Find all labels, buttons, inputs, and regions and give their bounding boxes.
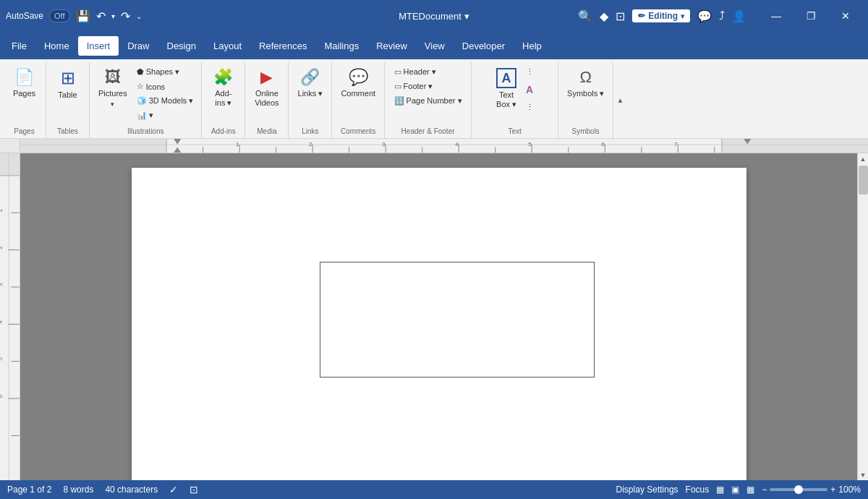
table-button[interactable]: ⊞ Table: [54, 65, 82, 103]
text-col: ⋮ A ⋮: [522, 65, 537, 114]
footer-button[interactable]: ▭ Footer ▾: [391, 80, 466, 93]
addins-button[interactable]: 🧩 Add-ins ▾: [209, 65, 238, 111]
doc-dropdown[interactable]: ▾: [464, 11, 469, 22]
ribbon-collapse-button[interactable]: ▲: [613, 62, 626, 138]
editing-dropdown[interactable]: ▾: [681, 12, 684, 20]
menu-view[interactable]: View: [416, 36, 454, 56]
wordart-button[interactable]: A: [522, 82, 537, 98]
word-count[interactable]: 8 words: [63, 485, 93, 495]
quick-parts-button[interactable]: ⋮: [522, 65, 537, 79]
web-layout-icon[interactable]: ▣: [731, 485, 739, 495]
text-box-button[interactable]: A TextBox ▾: [492, 65, 521, 112]
svg-text:2: 2: [0, 246, 4, 250]
save-button[interactable]: 💾: [76, 9, 90, 23]
proofing-icon[interactable]: ✓: [169, 484, 178, 495]
shapes-button[interactable]: ⬟ Shapes ▾: [133, 65, 197, 79]
menu-mailings[interactable]: Mailings: [316, 36, 368, 56]
doc-canvas[interactable]: ✛: [20, 153, 857, 480]
illustrations-group-label: Illustrations: [127, 125, 164, 138]
footer-icon: ▭: [394, 82, 401, 91]
menu-home[interactable]: Home: [35, 36, 78, 56]
zoom-in-button[interactable]: +: [830, 485, 835, 495]
scrollbar-vertical[interactable]: ▲ ▼: [857, 153, 868, 480]
text-group-label: Text: [508, 125, 521, 138]
zoom-thumb[interactable]: [794, 485, 803, 494]
comment-label: Comment: [341, 89, 375, 98]
profile-icon[interactable]: 👤: [732, 9, 746, 23]
page-info[interactable]: Page 1 of 2: [7, 485, 51, 495]
ribbon-items-pages: 📄 Pages: [9, 64, 40, 125]
track-changes-icon[interactable]: ⊡: [190, 484, 198, 495]
dropcap-icon: ⋮: [526, 103, 534, 112]
undo-dropdown[interactable]: ▾: [111, 12, 115, 20]
menu-help[interactable]: Help: [514, 36, 550, 56]
restore-button[interactable]: ❐: [794, 4, 827, 27]
ribbon-items-symbols: Ω Symbols ▾: [563, 64, 608, 125]
pictures-button[interactable]: 🖼 Pictures ▾: [94, 65, 132, 111]
share-button[interactable]: ⤴: [719, 9, 725, 22]
menu-review[interactable]: Review: [367, 36, 416, 56]
comment-button[interactable]: 💬 Comment: [336, 65, 380, 101]
autosave-toggle[interactable]: Off: [49, 9, 69, 22]
ribbon-group-tables: ⊞ Table Tables: [46, 62, 90, 138]
scroll-track[interactable]: [859, 164, 868, 469]
menu-file[interactable]: File: [3, 36, 35, 56]
char-count[interactable]: 40 characters: [105, 485, 158, 495]
ribbon: 📄 Pages Pages ⊞ Table Tables 🖼 Pictures …: [0, 59, 868, 139]
pictures-dropdown[interactable]: ▾: [111, 101, 114, 108]
scroll-thumb[interactable]: [859, 166, 868, 195]
menu-layout[interactable]: Layout: [205, 36, 250, 56]
ribbon-items-header-footer: ▭ Header ▾ ▭ Footer ▾ 🔢 Page Number ▾: [391, 64, 466, 125]
smartart-button[interactable]: 📊 ▾: [133, 108, 197, 122]
svg-text:5: 5: [0, 357, 4, 361]
document-page[interactable]: ✛: [132, 168, 746, 480]
menu-draw[interactable]: Draw: [119, 36, 158, 56]
close-button[interactable]: ✕: [829, 4, 862, 27]
focus-button[interactable]: Focus: [686, 485, 710, 495]
zoom-controls: − + 100%: [762, 485, 861, 495]
title-bar-center: MTEDocument ▾: [292, 11, 577, 22]
header-button[interactable]: ▭ Header ▾: [391, 65, 466, 79]
zoom-slider[interactable]: [770, 488, 827, 491]
minimize-button[interactable]: —: [760, 4, 793, 27]
page-number-button[interactable]: 🔢 Page Number ▾: [391, 94, 466, 108]
online-videos-button[interactable]: ▶ OnlineVideos: [250, 65, 283, 111]
print-layout-icon[interactable]: ▦: [716, 485, 724, 495]
svg-text:6: 6: [0, 394, 4, 398]
display-settings-button[interactable]: Display Settings: [616, 485, 678, 495]
menu-design[interactable]: Design: [158, 36, 205, 56]
ribbon-items-media: ▶ OnlineVideos: [250, 64, 283, 125]
copilot-icon[interactable]: ◆: [600, 9, 608, 23]
more-label: ▾: [149, 111, 153, 120]
menu-developer[interactable]: Developer: [454, 36, 514, 56]
menu-references[interactable]: References: [250, 36, 315, 56]
read-mode-icon[interactable]: ▦: [746, 485, 754, 495]
svg-text:6: 6: [601, 142, 605, 148]
redo-button[interactable]: ↷: [121, 9, 130, 23]
window-controls: — ❐ ✕: [760, 4, 862, 27]
zoom-level[interactable]: 100%: [838, 485, 861, 495]
ribbon-icon[interactable]: ⊡: [616, 9, 625, 23]
undo-button[interactable]: ↶: [96, 9, 106, 23]
quick-access-more[interactable]: ⌄: [136, 12, 142, 20]
ribbon-group-comments: 💬 Comment Comments: [332, 62, 385, 138]
scroll-up-button[interactable]: ▲: [858, 153, 869, 164]
3d-models-button[interactable]: 🧊 3D Models ▾: [133, 94, 197, 108]
icons-button[interactable]: ☆ Icons: [133, 80, 197, 93]
ribbon-group-header-footer: ▭ Header ▾ ▭ Footer ▾ 🔢 Page Number ▾ He…: [385, 62, 472, 138]
editing-badge[interactable]: ✏ Editing ▾: [632, 9, 690, 22]
comment-icon: 💬: [349, 68, 368, 87]
symbols-button[interactable]: Ω Symbols ▾: [563, 65, 608, 101]
zoom-out-button[interactable]: −: [762, 485, 767, 495]
search-icon[interactable]: 🔍: [578, 9, 592, 23]
svg-text:3: 3: [0, 283, 4, 286]
scroll-down-button[interactable]: ▼: [858, 469, 869, 480]
svg-text:5: 5: [528, 142, 532, 148]
pages-button[interactable]: 📄 Pages: [9, 65, 40, 101]
menu-insert[interactable]: Insert: [78, 36, 119, 56]
3d-models-icon: 🧊: [137, 96, 147, 106]
video-icon: ▶: [260, 68, 273, 87]
links-button[interactable]: 🔗 Links ▾: [294, 65, 328, 101]
dropcap-button[interactable]: ⋮: [522, 101, 537, 114]
comments-button[interactable]: 💬: [697, 9, 712, 23]
